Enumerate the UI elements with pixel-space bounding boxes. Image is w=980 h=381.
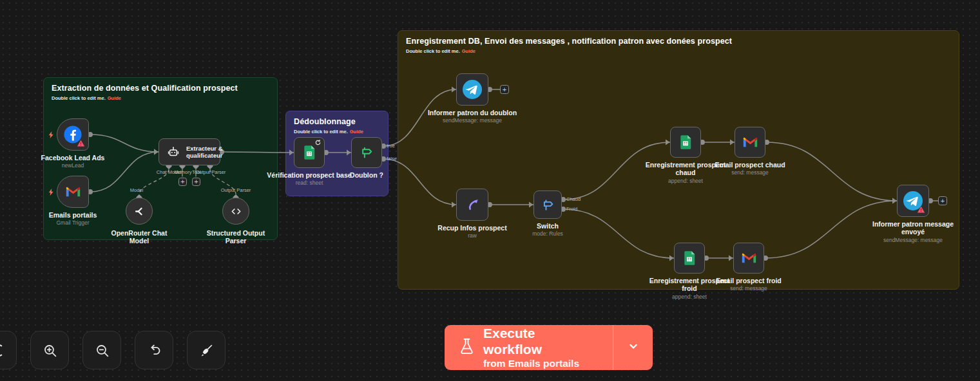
execute-workflow-main[interactable]: Execute workflow from Emails portails	[445, 325, 613, 370]
connections-layer	[0, 0, 980, 381]
input-endpoint[interactable]	[730, 140, 735, 145]
port-label: Chaud	[566, 196, 581, 202]
connection	[563, 209, 674, 258]
input-endpoint[interactable]	[729, 256, 733, 261]
execute-workflow-sublabel: from Emails portails	[483, 358, 597, 369]
add-node-button[interactable]: +	[192, 178, 200, 186]
connection	[765, 201, 897, 258]
zoom-in-icon	[42, 342, 58, 358]
switch-icon	[540, 197, 556, 213]
gmail-icon	[740, 250, 758, 267]
flask-icon	[459, 337, 475, 358]
lightning-bolt-icon	[47, 187, 55, 199]
telegram-icon	[462, 79, 483, 100]
node-title: Extracteur & qualificateur	[186, 145, 222, 160]
switch-node[interactable]	[533, 190, 562, 219]
input-endpoint[interactable]	[666, 140, 670, 145]
zoom-to-fit-button[interactable]	[0, 331, 17, 369]
recup-infos-prospect-node[interactable]	[456, 189, 488, 221]
zoom-in-button[interactable]	[30, 331, 69, 369]
sheets-icon	[677, 134, 694, 151]
email-prospect-chaud-node[interactable]	[735, 127, 765, 158]
input-endpoint[interactable]	[289, 150, 294, 156]
connection	[90, 152, 159, 192]
connection	[90, 135, 159, 152]
add-node-button[interactable]: +	[938, 196, 947, 205]
tidy-up-icon	[198, 342, 215, 358]
port-label: Output Parser	[221, 187, 251, 193]
sheets-icon	[301, 144, 318, 161]
pen-icon	[464, 196, 481, 214]
if-icon	[358, 144, 375, 161]
add-node-button[interactable]: +	[500, 85, 509, 94]
connection	[767, 142, 897, 201]
input-endpoint[interactable]	[452, 87, 456, 93]
connection	[383, 89, 456, 146]
connection	[222, 152, 294, 153]
openrouter-chat-model-node[interactable]	[126, 198, 153, 225]
undo-button[interactable]	[135, 331, 173, 369]
execute-workflow-button[interactable]: Execute workflow from Emails portails	[445, 325, 653, 370]
input-endpoint[interactable]	[347, 150, 351, 156]
port-label: Froid	[566, 206, 577, 212]
add-node-button[interactable]: +	[178, 178, 187, 186]
input-endpoint[interactable]	[154, 149, 159, 155]
openrouter-icon	[133, 205, 146, 218]
doublon-node[interactable]	[351, 137, 382, 168]
refresh-icon[interactable]	[314, 139, 322, 146]
port-label: Output Parser	[196, 169, 226, 175]
extracteur-qualificateur-node[interactable]: Extracteur & qualificateur	[159, 138, 220, 165]
gmail-icon	[64, 183, 82, 201]
email-prospect-froid-node[interactable]	[733, 243, 764, 274]
gmail-icon	[742, 134, 759, 151]
connection	[563, 142, 670, 200]
enregistrement-prospect-froid-node[interactable]	[674, 243, 705, 274]
undo-icon	[146, 342, 162, 358]
zoom-to-fit-icon	[0, 342, 6, 358]
port-label: Model	[130, 187, 143, 193]
zoom-out-button[interactable]	[82, 331, 121, 369]
warning-icon	[77, 139, 85, 147]
input-endpoint[interactable]	[529, 202, 533, 208]
chevron-down-icon	[627, 340, 640, 355]
enregistrement-prospect-chaud-node[interactable]	[670, 127, 701, 158]
structured-output-parser-node[interactable]	[222, 198, 249, 225]
execute-workflow-label: Execute workflow	[483, 326, 597, 357]
informer-patron-du-doublon-node[interactable]	[456, 73, 488, 106]
port-label: true	[387, 143, 395, 149]
robot-icon	[166, 144, 181, 160]
input-endpoint[interactable]	[669, 256, 674, 261]
sheets-icon	[681, 250, 698, 266]
port-label: Memory	[174, 169, 191, 175]
input-endpoint[interactable]	[452, 202, 456, 208]
lightning-bolt-icon	[47, 130, 55, 142]
connection	[383, 159, 456, 205]
emails-portails-node[interactable]	[57, 176, 89, 208]
zoom-out-icon	[94, 342, 110, 358]
port-label: false	[387, 156, 397, 162]
workflow-canvas[interactable]: Extraction de données et Qualification p…	[0, 0, 980, 381]
brackets-icon	[229, 205, 243, 218]
execute-options-toggle[interactable]	[613, 325, 653, 370]
tidy-up-button[interactable]	[187, 331, 226, 369]
input-endpoint[interactable]	[892, 198, 897, 204]
warning-icon	[917, 205, 925, 214]
